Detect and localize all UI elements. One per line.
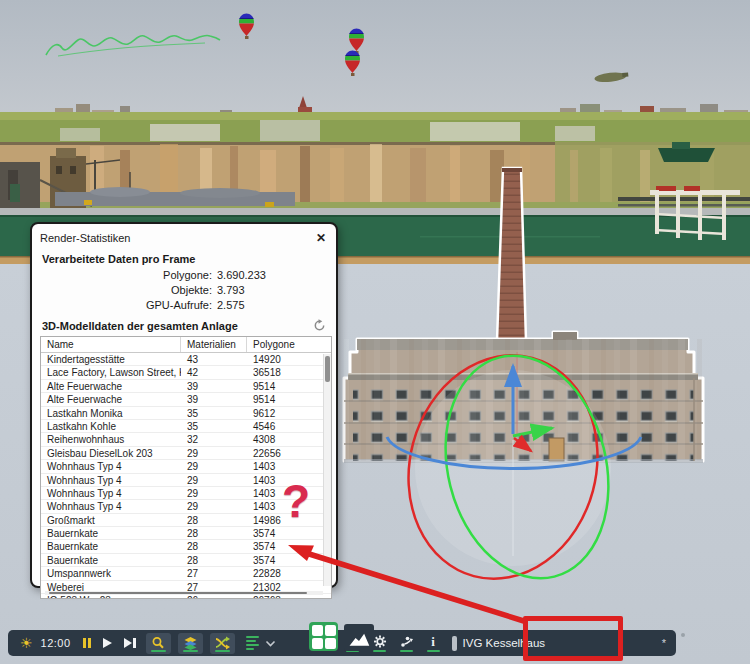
chevron-down-icon [265,640,276,647]
table-row[interactable]: Lastkahn Kohle 35 4546 [41,420,331,433]
table-row[interactable]: Alte Feuerwache 39 9514 [41,393,331,406]
dialog-title: Render-Statistiken [40,232,131,244]
terrain-view-button[interactable] [344,624,374,651]
list-menu-button[interactable] [246,636,276,650]
table-row[interactable]: Reihenwohnhaus 32 4308 [41,433,331,446]
table-row[interactable]: Bauernkate 28 3574 [41,527,331,540]
table-row[interactable]: Bauernkate 28 3574 [41,554,331,567]
table-row[interactable]: Gleisbau DieselLok 203 29 22656 [41,447,331,460]
play-button[interactable] [103,638,112,648]
modified-indicator: * [662,637,668,649]
table-row[interactable]: Alte Feuerwache 39 9514 [41,380,331,393]
table-row[interactable]: Wohnhaus Typ 4 29 1403 [41,474,331,487]
scrollbar-thumb[interactable] [49,592,307,594]
table-body: Kindertagesstätte 43 14920 Lace Factory,… [41,353,331,599]
magnifier-icon [151,636,165,650]
stat-row: GPU-Aufrufe: 2.575 [40,298,328,313]
table-row[interactable]: Kindertagesstätte 43 14920 [41,353,331,366]
settings-button[interactable] [373,635,387,652]
quay-strip [0,208,750,215]
column-name[interactable]: Name [41,337,181,352]
frame-stats-heading: Verarbeitete Daten pro Frame [42,253,328,265]
stat-row: Polygone: 3.690.233 [40,268,328,283]
close-icon[interactable]: ✕ [314,232,328,244]
render-statistics-dialog: Render-Statistiken ✕ Verarbeitete Daten … [30,222,338,588]
refresh-icon[interactable] [313,319,326,332]
table-row[interactable]: Großmarkt 28 14986 [41,514,331,527]
shuffle-routes-button[interactable] [210,633,235,654]
stat-label: Objekte: [40,283,212,298]
list-lines-icon [246,636,259,650]
table-row[interactable]: Wohnhaus Typ 4 29 1403 [41,460,331,473]
info-button[interactable]: i [427,635,440,652]
sun-icon: ☀ [20,636,33,650]
column-polygons[interactable]: Polygone [247,337,323,352]
toolbar-end-dot [681,633,685,637]
stat-label: GPU-Aufrufe: [40,298,212,313]
hills [0,112,750,146]
table-row[interactable]: Wohnhaus Typ 4 29 1403 [41,487,331,500]
layers-button[interactable] [178,633,203,654]
grid-icon [312,625,323,636]
time-display: 12:00 [41,637,71,649]
stat-row: Objekte: 3.793 [40,283,328,298]
scrollbar-thumb[interactable] [325,356,330,382]
vertical-scrollbar[interactable] [323,354,331,586]
sky [0,0,750,116]
mountain-icon [347,629,371,647]
table-row[interactable]: Lastkahn Monika 35 9612 [41,407,331,420]
stat-label: Polygone: [40,268,212,283]
column-materials[interactable]: Materialien [181,337,247,352]
models-heading: 3D-Modelldaten der gesamten Anlage [42,320,238,332]
table-row[interactable]: Umspannwerk 27 22828 [41,567,331,580]
node-link-icon [400,635,414,648]
magnifier-button[interactable] [146,633,171,654]
layers-icon [183,636,198,650]
horizontal-scrollbar[interactable] [45,591,323,595]
main-toolbar: ☀ 12:00 [8,630,676,656]
table-header: Name Materialien Polygone [41,337,331,353]
info-icon: i [431,635,435,648]
frame-stats-list: Polygone: 3.690.233 Objekte: 3.793 GPU-A… [40,268,328,313]
grid-view-button[interactable] [309,622,338,651]
gear-icon [373,635,387,648]
stat-value: 3.793 [217,283,245,298]
pause-button[interactable] [83,638,91,648]
stat-value: 2.575 [217,298,245,313]
shuffle-routes-icon [215,636,230,650]
chimney[interactable] [497,168,526,341]
app-window: Render-Statistiken ✕ Verarbeitete Daten … [0,0,750,664]
status-label: IVG Kesselhaus [463,637,545,649]
stat-value: 3.690.233 [217,268,266,283]
table-row[interactable]: Bauernkate 28 3574 [41,540,331,553]
table-row[interactable]: Lace Factory, Lawson Street, Kilm... 42 … [41,366,331,379]
drag-handle[interactable] [452,636,457,651]
table-row[interactable]: Wohnhaus Typ 4 29 1403 [41,500,331,513]
model-table: Name Materialien Polygone Kindertagesstä… [40,336,332,599]
node-link-button[interactable] [400,635,414,652]
step-forward-button[interactable] [124,638,136,648]
